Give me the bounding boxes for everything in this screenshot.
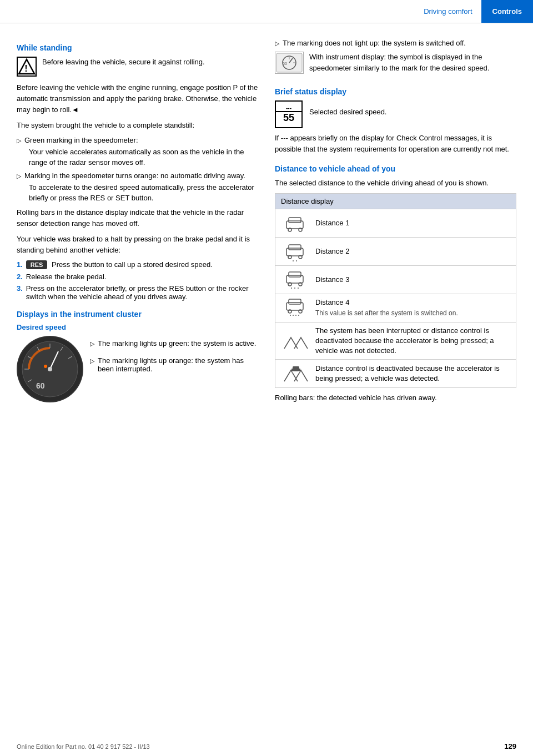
rolling-bars-text: Rolling bars: the detected vehicle has d… (275, 392, 516, 404)
bullet-arrow-1: ▷ (17, 137, 21, 144)
distance-row-3: Distance 3 (275, 265, 516, 294)
bullet-arrow-2: ▷ (17, 173, 21, 180)
distance-row-2: Distance 2 (275, 237, 516, 265)
para3: Rolling bars in the distance display ind… (17, 207, 258, 229)
distance1-icon (281, 213, 310, 234)
distance4-label: Distance 4 (315, 298, 510, 308)
brief-status-text: Selected desired speed. (309, 107, 386, 118)
bullet1-item: ▷ Green marking in the speedometer: (17, 136, 258, 144)
bullet-orange-text: The marking lights up orange: the system… (98, 356, 258, 373)
svg-text:!: ! (24, 64, 27, 73)
bullet-arrow-green: ▷ (90, 340, 94, 347)
svg-point-14 (44, 365, 47, 368)
res-button: RES (26, 260, 48, 269)
bullet-switched-off: ▷ The marking does not light up: the sys… (275, 39, 516, 47)
info-icon-box: 60 With instrument display: the symbol i… (275, 52, 516, 78)
desired-speed-row: 60 ▷ The marking lights up green: the sy… (17, 336, 258, 402)
svg-text:60: 60 (36, 381, 45, 390)
step2: 2. Release the brake pedal. (17, 273, 258, 281)
if-dashes-text: If --- appears briefly on the display fo… (275, 133, 516, 155)
distance3-icon (281, 269, 310, 290)
distance-intro: The selected distance to the vehicle dri… (275, 178, 516, 189)
distance-row-1: Distance 1 (275, 209, 516, 237)
svg-text:60: 60 (283, 62, 287, 65)
step1-num: 1. (17, 260, 23, 269)
distance4-text: Distance 4 This value is set after the s… (315, 298, 510, 318)
svg-point-12 (48, 367, 52, 371)
step1-content: RES Press the button to call up a stored… (26, 260, 213, 269)
instrument-icon: 60 (275, 52, 304, 74)
desired-speed-heading: Desired speed (17, 323, 258, 331)
step1-text: Press the button to call up a stored des… (52, 260, 213, 269)
distance-table-header: Distance display (275, 194, 516, 209)
distance4-icon (281, 298, 310, 319)
distance-row-4: Distance 4 This value is set after the s… (275, 294, 516, 322)
speedometer-image: 60 (17, 336, 83, 402)
displays-heading: Displays in the instrument cluster (17, 310, 258, 319)
step3-text: Press on the accelerator briefly, or pre… (26, 284, 258, 301)
right-column: ▷ The marking does not light up: the sys… (275, 34, 516, 408)
page-header: Driving comfort Controls (0, 0, 533, 23)
bullet-green-text: The marking lights up green: the system … (98, 339, 256, 347)
distance1-text: Distance 1 (315, 218, 510, 228)
distance-row-5: The system has been interrupted or dista… (275, 322, 516, 360)
step3-num: 3. (17, 284, 23, 293)
info-text: With instrument display: the symbol is d… (309, 52, 516, 74)
page-footer: Online Edition for Part no. 01 40 2 917 … (0, 742, 533, 750)
distance6-text: Distance control is deactivated because … (315, 364, 510, 384)
distance6-icon (281, 363, 310, 384)
distance2-text: Distance 2 (315, 246, 510, 256)
warning-text: Before leaving the vehicle, secure it ag… (42, 57, 205, 68)
header-controls: Controls (481, 0, 533, 23)
bullet2-sub: To accelerate to the desired speed autom… (29, 182, 258, 204)
header-driving-comfort: Driving comfort (415, 0, 481, 23)
bullet1-sub: Your vehicle accelerates automatically a… (29, 147, 258, 168)
bullet2-item: ▷ Marking in the speedometer turns orang… (17, 172, 258, 180)
para1: Before leaving the vehicle with the engi… (17, 82, 258, 115)
para2: The system brought the vehicle to a comp… (17, 120, 258, 131)
distance-table: Distance display Distance 1 (275, 193, 516, 389)
desired-speed-bullets: ▷ The marking lights up green: the syste… (90, 336, 258, 402)
warning-box: ! Before leaving the vehicle, secure it … (17, 57, 258, 77)
distance-heading: Distance to vehicle ahead of you (275, 164, 516, 173)
speed-dash: --- (276, 105, 301, 112)
left-column: While standing ! Before leaving the vehi… (17, 34, 258, 408)
brief-status-row: --- 55 Selected desired speed. (275, 100, 516, 128)
main-content: While standing ! Before leaving the vehi… (0, 23, 533, 419)
svg-rect-33 (289, 272, 301, 277)
bullet-green-item: ▷ The marking lights up green: the syste… (90, 339, 258, 347)
bullet-arrow-orange: ▷ (90, 357, 94, 365)
step1: 1. RES Press the button to call up a sto… (17, 260, 258, 269)
step3: 3. Press on the accelerator briefly, or … (17, 284, 258, 301)
bullet-orange-item: ▷ The marking lights up orange: the syst… (90, 356, 258, 373)
distance5-icon (281, 330, 310, 351)
svg-rect-27 (289, 245, 301, 250)
step2-num: 2. (17, 273, 23, 281)
svg-rect-48 (291, 369, 300, 371)
distance4-sub: This value is set after the system is sw… (315, 309, 510, 318)
distance2-icon (281, 241, 310, 262)
bullet-switched-off-text: The marking does not light up: the syste… (283, 39, 466, 47)
distance3-text: Distance 3 (315, 275, 510, 285)
distance-row-6: Distance control is deactivated because … (275, 359, 516, 387)
svg-point-50 (298, 371, 300, 373)
bullet1-text: Green marking in the speedometer: (24, 136, 138, 144)
speed-num: 55 (283, 112, 294, 124)
while-standing-heading: While standing (17, 43, 258, 52)
para4: Your vehicle was braked to a halt by pre… (17, 234, 258, 256)
bullet2-text: Marking in the speedometer turns orange:… (24, 172, 245, 180)
svg-rect-22 (289, 218, 301, 223)
svg-point-49 (293, 371, 294, 373)
speed-55-display: --- 55 (275, 100, 303, 128)
bullet-arrow-off: ▷ (275, 40, 279, 47)
svg-rect-40 (289, 299, 301, 304)
distance5-text: The system has been interrupted or dista… (315, 326, 510, 356)
page-number: 129 (504, 742, 516, 750)
step2-text: Release the brake pedal. (26, 273, 107, 281)
brief-status-heading: Brief status display (275, 87, 516, 96)
warning-icon: ! (17, 57, 37, 77)
edition-text: Online Edition for Part no. 01 40 2 917 … (17, 743, 150, 750)
